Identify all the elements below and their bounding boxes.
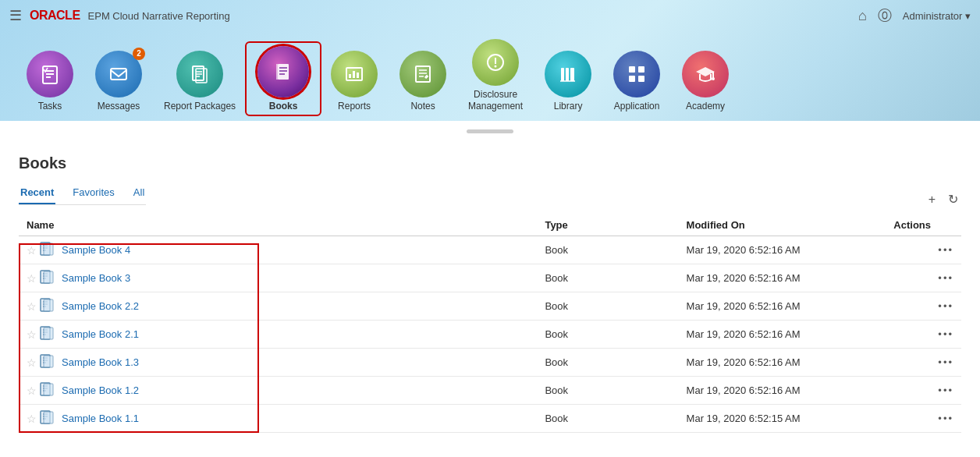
library-circle [545,51,591,97]
main-content: Books Recent Favorites All + ↻ Name Type… [0,142,980,445]
book-name-link[interactable]: Sample Book 4 [62,244,130,256]
table-controls: + ↻ [925,190,961,208]
user-menu[interactable]: Administrator [903,10,971,22]
actions-menu[interactable]: ••• [938,356,953,368]
hamburger-icon[interactable]: ☰ [9,7,22,24]
svg-rect-61 [44,356,53,367]
book-file-icon [40,326,57,342]
svg-rect-19 [416,66,430,82]
svg-rect-56 [44,328,53,339]
reports-circle [331,51,378,97]
nav-item-disclosure[interactable]: DisclosureManagement [457,36,534,115]
star-icon[interactable]: ☆ [27,272,37,285]
svg-rect-66 [44,384,53,395]
app-title: EPM Cloud Narrative Reporting [88,10,230,22]
nav-item-library[interactable]: Library [534,48,602,115]
actions-menu[interactable]: ••• [938,272,953,284]
actions-cell: ••• [886,264,961,292]
book-file-icon [40,270,57,286]
type-cell: Book [537,349,678,377]
academy-circle [682,51,729,97]
page-title: Books [19,154,961,172]
actions-menu[interactable]: ••• [938,244,953,256]
nav-item-messages[interactable]: 2 Messages [84,48,153,115]
star-icon[interactable]: ☆ [27,384,37,397]
type-cell: Book [537,321,678,349]
book-name-link[interactable]: Sample Book 1.3 [62,356,139,368]
report-packages-label: Report Packages [164,101,236,112]
add-button[interactable]: + [925,191,939,208]
table-header: Name Type Modified On Actions [19,214,961,236]
nav-item-application[interactable]: Application [602,48,671,115]
star-icon[interactable]: ☆ [27,244,37,257]
modified-cell: Mar 19, 2020 6:52:16 AM [679,321,886,349]
table-row: ☆ Sample Book 1.1 BookMar 19, 2020 6:52:… [19,405,961,433]
book-file-icon [40,354,57,370]
svg-rect-4 [111,69,126,80]
nav-icons: Tasks 2 Messages [0,36,980,115]
actions-cell: ••• [886,321,961,349]
table-row: ☆ Sample Book 1.2 BookMar 19, 2020 6:52:… [19,377,961,405]
svg-rect-51 [44,299,53,311]
nav-item-books[interactable]: Books [247,43,320,115]
scroll-bar [467,129,513,133]
table-row: ☆ Sample Book 2.2 BookMar 19, 2020 6:52:… [19,292,961,321]
star-icon[interactable]: ☆ [27,413,37,425]
nav-item-reports[interactable]: Reports [320,48,389,115]
disclosure-label: DisclosureManagement [468,89,523,112]
actions-menu[interactable]: ••• [938,328,953,340]
svg-rect-30 [629,66,635,73]
nav-item-report-packages[interactable]: Report Packages [153,48,247,115]
actions-cell: ••• [886,236,961,264]
svg-rect-18 [357,73,359,78]
book-name-link[interactable]: Sample Book 2.1 [62,328,139,340]
type-cell: Book [537,377,678,405]
svg-rect-46 [44,271,53,283]
report-packages-circle [176,51,223,97]
star-icon[interactable]: ☆ [27,328,37,341]
actions-menu[interactable]: ••• [938,413,953,424]
star-icon[interactable]: ☆ [27,356,37,369]
header-left: ☰ ORACLE EPM Cloud Narrative Reporting [9,7,230,24]
messages-circle: 2 [95,51,142,97]
svg-rect-71 [44,412,53,423]
nav-item-tasks[interactable]: Tasks [16,48,84,115]
tab-favorites[interactable]: Favorites [71,182,115,204]
actions-cell: ••• [886,405,961,433]
type-cell: Book [537,405,678,433]
accessibility-icon[interactable]: ⓪ [878,6,892,25]
actions-menu[interactable]: ••• [938,384,953,396]
book-file-icon [40,410,57,427]
home-icon[interactable]: ⌂ [858,8,867,24]
tasks-label: Tasks [38,101,62,112]
book-name-link[interactable]: Sample Book 3 [62,272,130,284]
col-header-name: Name [19,214,537,236]
book-file-icon [40,242,57,258]
actions-menu[interactable]: ••• [938,300,953,312]
reports-label: Reports [338,101,371,112]
nav-item-notes[interactable]: Notes [389,48,457,115]
messages-label: Messages [98,101,140,112]
tab-recent[interactable]: Recent [19,182,55,204]
table-body: ☆ Sample Book 4 BookMar 19, 2020 6:52:16… [19,236,961,433]
application-label: Application [614,101,660,112]
tab-all[interactable]: All [132,182,146,204]
star-icon[interactable]: ☆ [27,300,37,313]
col-header-type: Type [537,214,678,236]
book-name-link[interactable]: Sample Book 1.2 [62,384,139,396]
book-name-link[interactable]: Sample Book 1.1 [62,413,139,424]
book-file-icon [40,298,57,314]
disclosure-circle [472,39,519,86]
svg-rect-31 [638,66,644,73]
messages-badge: 2 [133,48,145,60]
svg-rect-33 [638,76,644,82]
refresh-button[interactable]: ↻ [945,190,961,208]
books-circle [257,46,309,97]
nav-item-academy[interactable]: Academy [671,48,740,115]
col-header-modified: Modified On [679,214,886,236]
book-name-link[interactable]: Sample Book 2.2 [62,300,139,312]
notes-label: Notes [410,101,435,112]
modified-cell: Mar 19, 2020 6:52:16 AM [679,377,886,405]
svg-marker-34 [696,67,715,76]
book-file-icon [40,382,57,399]
